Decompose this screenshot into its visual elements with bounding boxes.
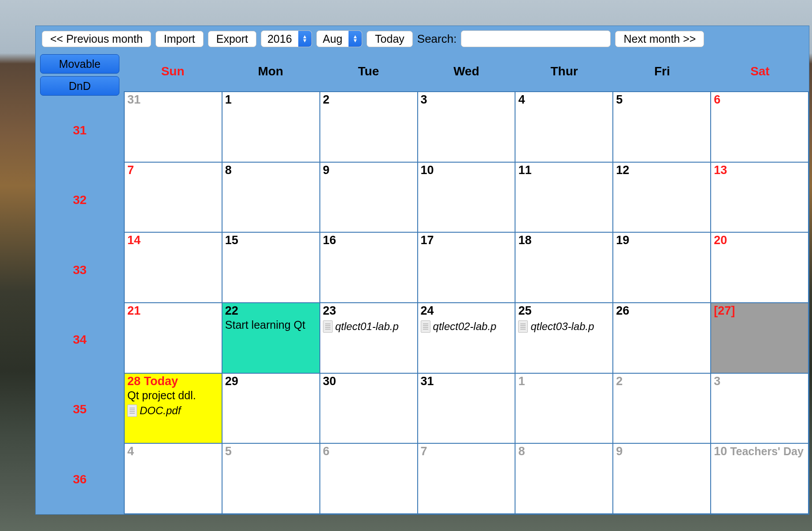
week-number: 36 [36, 445, 124, 514]
day-extra-text: Teachers' Day [727, 445, 804, 457]
calendar-cell[interactable]: 4 [125, 444, 222, 514]
calendar-cell[interactable]: 6 [320, 444, 418, 514]
calendar-cell[interactable]: 12 [613, 163, 711, 233]
week-number: 31 [36, 96, 124, 165]
calendar-cell[interactable]: 6 [711, 92, 809, 163]
calendar-cell[interactable]: 2 [320, 92, 418, 163]
calendar-window: << Previous month Import Export 2016 ▲▼ … [35, 26, 809, 515]
calendar-cell[interactable]: 5 [613, 92, 711, 163]
calendar-cell[interactable]: 15 [222, 233, 320, 303]
calendar-cell[interactable]: 7 [125, 163, 222, 233]
day-number: 6 [714, 93, 720, 106]
file-attachment[interactable]: qtlect03-lab.p [518, 318, 610, 333]
day-number: 17 [421, 234, 434, 247]
dnd-button[interactable]: DnD [40, 76, 119, 96]
calendar-cell[interactable]: 16 [320, 233, 418, 303]
day-header: Mon [222, 52, 319, 91]
file-name: DOC.pdf [140, 405, 181, 417]
file-attachment[interactable]: qtlect02-lab.p [421, 318, 512, 333]
calendar-cell[interactable]: 1 [222, 92, 320, 163]
day-number: 3 [421, 93, 427, 106]
content-area: Movable DnD 313233343536 SunMonTueWedThu… [36, 52, 809, 514]
day-number: 18 [518, 234, 531, 247]
year-select[interactable]: 2016 ▲▼ [261, 30, 312, 47]
calendar-cell[interactable]: 24qtlect02-lab.p [418, 303, 516, 374]
import-button[interactable]: Import [156, 31, 204, 47]
day-number: 1 [518, 375, 525, 388]
file-icon [323, 320, 333, 333]
day-number: 20 [714, 234, 727, 247]
calendar-cell[interactable]: 31 [125, 92, 222, 163]
calendar-cell[interactable]: 25qtlect03-lab.p [515, 303, 613, 374]
day-header: Fri [613, 52, 711, 91]
file-attachment[interactable]: qtlect01-lab.p [323, 318, 415, 333]
file-name: qtlect01-lab.p [335, 320, 399, 333]
search-label: Search: [417, 32, 457, 46]
day-header: Sat [711, 52, 809, 91]
day-number: 4 [518, 93, 525, 106]
day-number: 21 [127, 304, 141, 317]
calendar-cell[interactable]: 7 [418, 444, 516, 514]
calendar-cell[interactable]: 14 [125, 233, 222, 303]
day-header: Sun [124, 52, 222, 91]
calendar-cell[interactable]: 30 [320, 374, 418, 444]
calendar-cell[interactable]: 19 [613, 233, 711, 303]
calendar-cell[interactable]: 17 [418, 233, 516, 303]
calendar-cell[interactable]: 3 [418, 92, 516, 163]
day-number: 10 [421, 163, 434, 177]
day-number: 1 [225, 93, 232, 106]
day-number: 12 [616, 163, 629, 177]
file-icon [518, 320, 528, 333]
calendar-cell[interactable]: [27] [711, 303, 809, 374]
calendar-cell[interactable]: 2 [613, 374, 711, 444]
day-number: 31 [127, 93, 141, 106]
next-month-button[interactable]: Next month >> [615, 31, 704, 47]
calendar-cell[interactable]: 13 [711, 163, 809, 233]
calendar-cell[interactable]: 28 TodayQt project ddl.DOC.pdf [125, 374, 222, 444]
calendar-cell[interactable]: 31 [418, 374, 516, 444]
day-number: 25 [518, 304, 531, 317]
calendar-cell[interactable]: 8 [222, 163, 320, 233]
calendar-cell[interactable]: 11 [515, 163, 613, 233]
day-number: 11 [518, 163, 531, 177]
search-input[interactable] [461, 30, 611, 47]
prev-month-button[interactable]: << Previous month [42, 31, 151, 47]
day-number: 28 [127, 375, 141, 388]
day-header: Tue [319, 52, 417, 91]
day-number: 30 [323, 375, 336, 388]
calendar-cell[interactable]: 5 [222, 444, 320, 514]
calendar-cell[interactable]: 1 [515, 374, 613, 444]
calendar-cell[interactable]: 8 [515, 444, 613, 514]
calendar-cell[interactable]: 9 [320, 163, 418, 233]
calendar-cell[interactable]: 22Start learning Qt [222, 303, 320, 374]
week-numbers: 313233343536 [36, 96, 124, 514]
day-number: 23 [323, 304, 336, 317]
calendar-cell[interactable]: 9 [613, 444, 711, 514]
today-button[interactable]: Today [367, 31, 413, 47]
calendar-cell[interactable]: 4 [515, 92, 613, 163]
calendar-cell[interactable]: 20 [711, 233, 809, 303]
month-select-value: Aug [317, 31, 349, 47]
file-name: qtlect03-lab.p [530, 320, 594, 333]
calendar-cell[interactable]: 3 [711, 374, 809, 444]
day-number: 15 [225, 234, 238, 247]
calendar-cell[interactable]: 21 [125, 303, 222, 374]
day-number: 2 [616, 375, 623, 388]
event-text[interactable]: Start learning Qt [225, 318, 317, 331]
movable-button[interactable]: Movable [40, 54, 119, 74]
file-attachment[interactable]: DOC.pdf [127, 402, 219, 417]
calendar-cell[interactable]: 10 Teachers' Day [711, 444, 809, 514]
day-number: 8 [225, 163, 232, 177]
event-text[interactable]: Qt project ddl. [127, 388, 219, 402]
export-button[interactable]: Export [208, 31, 256, 47]
stepper-arrows-icon: ▲▼ [298, 31, 311, 47]
toolbar: << Previous month Import Export 2016 ▲▼ … [36, 26, 809, 52]
calendar-grid: 3112345678910111213141516171819202122Sta… [124, 91, 809, 514]
calendar-cell[interactable]: 10 [418, 163, 516, 233]
calendar-cell[interactable]: 18 [515, 233, 613, 303]
day-number: 3 [714, 375, 720, 388]
calendar-cell[interactable]: 26 [613, 303, 711, 374]
month-select[interactable]: Aug ▲▼ [316, 30, 362, 47]
calendar-cell[interactable]: 29 [222, 374, 320, 444]
calendar-cell[interactable]: 23qtlect01-lab.p [320, 303, 418, 374]
